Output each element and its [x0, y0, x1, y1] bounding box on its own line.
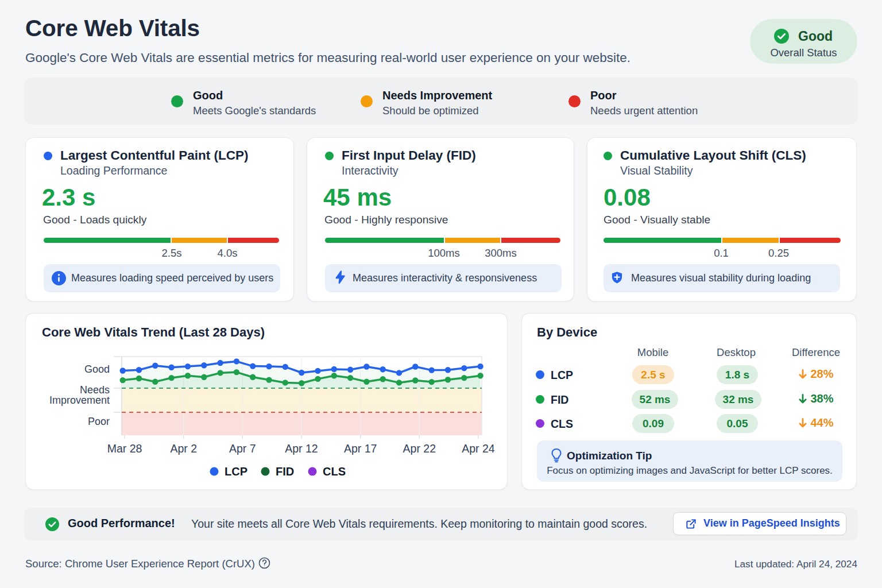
svg-text:FID: FID [276, 465, 294, 478]
svg-text:Improvement: Improvement [49, 394, 110, 406]
svg-text:Apr 17: Apr 17 [344, 442, 377, 455]
svg-text:Apr 22: Apr 22 [403, 442, 436, 455]
svg-text:Mar 28: Mar 28 [107, 442, 142, 455]
svg-text:Apr 12: Apr 12 [285, 442, 318, 455]
svg-text:Needs: Needs [80, 384, 110, 396]
svg-text:Apr 24: Apr 24 [462, 442, 495, 455]
svg-text:Apr 2: Apr 2 [170, 442, 197, 455]
svg-text:LCP: LCP [225, 465, 247, 478]
svg-text:Apr 7: Apr 7 [229, 442, 256, 455]
svg-text:Good: Good [84, 363, 110, 375]
svg-text:Poor: Poor [88, 416, 110, 427]
svg-text:CLS: CLS [323, 465, 346, 478]
